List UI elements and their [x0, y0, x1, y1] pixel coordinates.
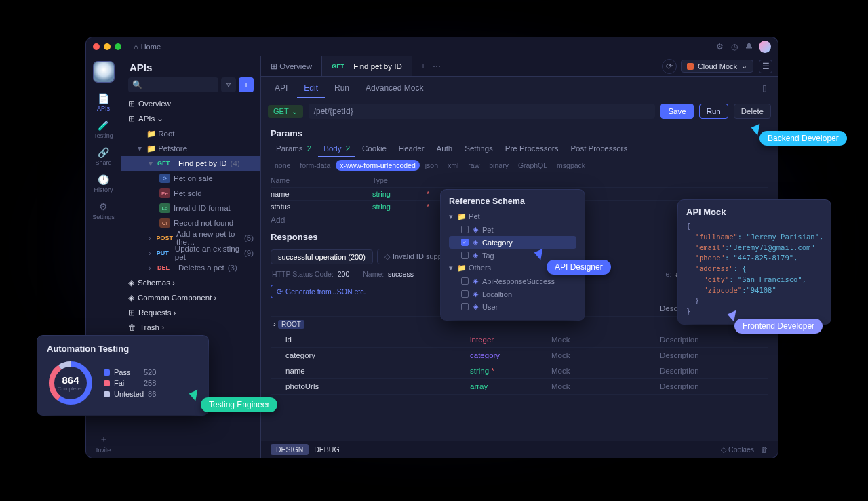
- schema-row[interactable]: namestring *MockDescription: [271, 363, 768, 379]
- titlebar: ⌂ Home ⚙︎ ◷ 🔔︎: [86, 37, 778, 56]
- close-dot[interactable]: [93, 43, 100, 50]
- root-folder[interactable]: 📁 Root: [121, 126, 260, 141]
- cookies-button[interactable]: ◇ Cookies: [721, 445, 754, 454]
- request-bar: GET ⌄ /pet/{petId} Save Run Delete: [261, 98, 778, 124]
- help-icon[interactable]: ◷: [729, 42, 740, 52]
- bodytype-GraphQL[interactable]: GraphQL: [514, 160, 551, 171]
- legend-row: Pass520: [104, 367, 156, 378]
- run-button[interactable]: Run: [699, 104, 728, 119]
- rail-item-settings[interactable]: ⚙︎Settings: [92, 197, 115, 224]
- subtab-advanced mock[interactable]: Advanced Mock: [359, 79, 430, 98]
- layout-icon[interactable]: ▯: [758, 79, 771, 98]
- ref-item[interactable]: ◈Pet: [449, 223, 576, 236]
- bodytype-msgpack[interactable]: msgpack: [553, 160, 589, 171]
- tab-menu-icon[interactable]: ⋯: [433, 62, 441, 71]
- petstore-folder[interactable]: ▾📁 Petstore: [121, 141, 260, 156]
- bodytype-form-data[interactable]: form-data: [296, 160, 334, 171]
- search-input[interactable]: 🔍: [128, 77, 218, 92]
- save-button[interactable]: Save: [660, 104, 693, 119]
- api-item[interactable]: ▾GET Find pet by ID (4): [121, 156, 260, 171]
- avatar[interactable]: [759, 41, 771, 53]
- response-tab[interactable]: successful operation (200): [271, 249, 373, 264]
- bodytype-xml[interactable]: xml: [443, 160, 462, 171]
- param-tab-cookie[interactable]: Cookie: [357, 141, 392, 157]
- overview-node[interactable]: ⊞ Overview: [121, 96, 260, 111]
- rail-invite[interactable]: ＋Invite: [86, 429, 121, 458]
- api-item[interactable]: ›PUT Update an existing pet (9): [121, 245, 260, 260]
- max-dot[interactable]: [115, 43, 121, 50]
- schema-row[interactable]: photoUrlsarrayMockDescription: [271, 379, 768, 395]
- apis-root-node[interactable]: ⊞ APIs ⌄: [121, 111, 260, 126]
- param-tabs: Params 2Body 2CookieHeaderAuthSettingsPr…: [261, 141, 778, 157]
- reference-schema-title: Reference Schema: [449, 197, 576, 206]
- bodytype-binary[interactable]: binary: [485, 160, 513, 171]
- workspace-avatar[interactable]: [94, 62, 114, 82]
- rail-item-apis[interactable]: 📄APIs: [92, 89, 115, 116]
- tabs-bar: ⊞ OverviewGET Find pet by ID ＋⋯ ⟳ Cloud …: [261, 56, 778, 77]
- tab[interactable]: ⊞ Overview: [261, 56, 322, 76]
- delete-button[interactable]: Delete: [734, 104, 771, 119]
- schema-row[interactable]: idintegerMockDescription: [271, 332, 768, 348]
- bodytype-raw[interactable]: raw: [464, 160, 484, 171]
- ref-item[interactable]: ◈Localtion: [449, 287, 576, 300]
- add-button[interactable]: ＋: [239, 77, 254, 92]
- debug-mode-button[interactable]: DEBUG: [309, 444, 344, 455]
- api-sub-item[interactable]: ⟳ Pet on sale: [121, 171, 260, 186]
- param-tab-auth[interactable]: Auth: [431, 141, 458, 157]
- sidebar-section-requests[interactable]: ⊞ Requests ›: [121, 305, 260, 320]
- badge-designer: API Designer: [547, 260, 611, 275]
- ref-item[interactable]: ◈ApiResponseSuccess: [449, 275, 576, 287]
- rail-item-testing[interactable]: 🧪Testing: [92, 116, 115, 143]
- method-selector[interactable]: GET ⌄: [268, 105, 303, 118]
- gear-icon[interactable]: ⚙︎: [714, 42, 725, 52]
- bodytype-none[interactable]: none: [271, 160, 294, 171]
- rail-item-share[interactable]: 🔗Share: [92, 143, 115, 170]
- param-tab-header[interactable]: Header: [393, 141, 430, 157]
- param-tab-settings[interactable]: Settings: [459, 141, 498, 157]
- url-input[interactable]: /pet/{petId}: [309, 104, 656, 119]
- sidebar-section-schemas[interactable]: ◈ Schemas ›: [121, 275, 260, 290]
- add-tab-icon[interactable]: ＋: [419, 60, 427, 72]
- bell-icon[interactable]: 🔔︎: [744, 42, 755, 52]
- sidebar-section-common component[interactable]: ◈ Common Component ›: [121, 290, 260, 305]
- api-mock-json: { "fullname": "Jeremy Parisian", "email"…: [686, 221, 823, 317]
- schema-row[interactable]: categorycategoryMockDescription: [271, 348, 768, 363]
- api-item[interactable]: ›POST Add a new pet to the… (5): [121, 231, 260, 245]
- bodytype-json[interactable]: json: [421, 160, 442, 171]
- ref-item[interactable]: ✓◈Category: [449, 236, 576, 249]
- subtab-api[interactable]: API: [268, 79, 294, 98]
- api-sub-item[interactable]: Lo Invalid ID format: [121, 201, 260, 216]
- ref-item[interactable]: ◈User: [449, 300, 576, 313]
- body-type-selector: noneform-datax-www-form-urlencodedjsonxm…: [261, 157, 778, 174]
- subtab-edit[interactable]: Edit: [297, 79, 325, 98]
- reference-schema-popover: Reference Schema ▾📁 Pet◈Pet✓◈Category◈Ta…: [441, 190, 585, 320]
- traffic-lights: [93, 43, 121, 50]
- sidebar-title: APIs: [121, 56, 260, 77]
- legend-row: Untested86: [104, 388, 156, 399]
- breadcrumb[interactable]: ⌂ Home: [134, 43, 161, 51]
- design-mode-button[interactable]: DESIGN: [271, 444, 309, 455]
- layout-toggle[interactable]: ☰: [759, 60, 772, 73]
- automation-title: Automation Testing: [47, 344, 199, 354]
- refresh-icon[interactable]: ⟳: [662, 59, 677, 74]
- param-tab-body[interactable]: Body 2: [318, 141, 355, 157]
- automation-card: Automation Testing 864Completed Pass520F…: [37, 336, 208, 415]
- rail-item-history[interactable]: 🕘History: [92, 170, 115, 197]
- ref-group[interactable]: ▾📁 Pet: [449, 210, 576, 223]
- api-item[interactable]: ›DEL Deletes a pet (3): [121, 260, 260, 275]
- filter-button[interactable]: ▿: [221, 77, 236, 92]
- param-tab-post-processors[interactable]: Post Processors: [565, 141, 633, 157]
- bodytype-x-www-form-urlencoded[interactable]: x-www-form-urlencoded: [336, 160, 419, 171]
- environment-selector[interactable]: Cloud Mock ⌄: [681, 60, 753, 73]
- trash-icon[interactable]: 🗑: [761, 445, 768, 454]
- param-tab-params[interactable]: Params 2: [271, 141, 317, 157]
- footer: DESIGN DEBUG ◇ Cookies🗑: [261, 441, 778, 458]
- badge-backend: Backend Developer: [760, 131, 847, 146]
- api-sub-item[interactable]: Pe Pet sold: [121, 186, 260, 201]
- param-tab-pre-processors[interactable]: Pre Processors: [500, 141, 564, 157]
- api-sub-item[interactable]: CI Record not found: [121, 216, 260, 231]
- sidebar-section-trash[interactable]: 🗑 Trash ›: [121, 320, 260, 335]
- min-dot[interactable]: [104, 43, 111, 50]
- tab[interactable]: GET Find pet by ID: [322, 56, 412, 76]
- subtab-run[interactable]: Run: [328, 79, 356, 98]
